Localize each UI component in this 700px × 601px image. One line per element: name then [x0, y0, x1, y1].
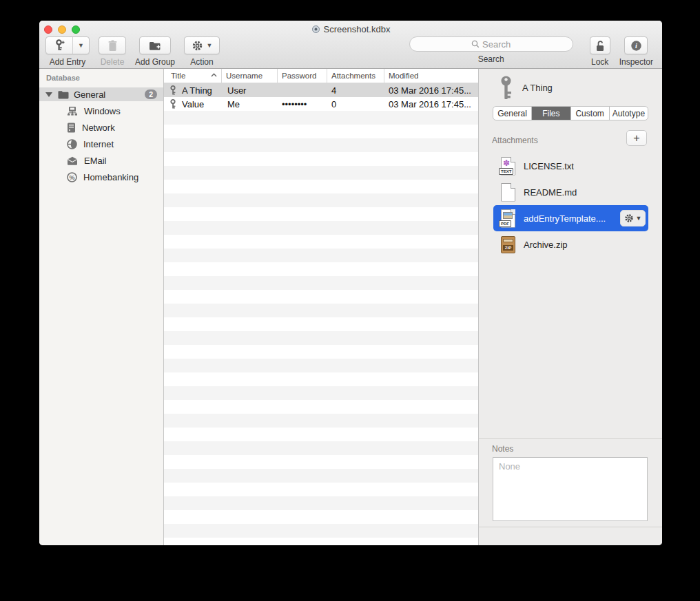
toolbar: ▼ Add Entry Delete Add Group: [45, 36, 653, 67]
sidebar: Database General 2 Windows Network: [39, 69, 164, 545]
search-item: Search Search: [409, 36, 573, 64]
column-header-password[interactable]: Password: [278, 69, 327, 83]
attachment-row[interactable]: README.md: [493, 179, 648, 205]
entry-title: A Thing: [182, 85, 212, 96]
search-input[interactable]: Search: [409, 36, 573, 52]
trash-icon: [107, 40, 118, 52]
entry-title: Value: [182, 99, 204, 109]
notes-section: Notes: [479, 439, 662, 527]
search-placeholder: Search: [482, 39, 511, 50]
add-attachment-button[interactable]: +: [626, 130, 647, 146]
sidebar-item-internet[interactable]: Internet: [39, 136, 163, 152]
gear-icon: [624, 213, 634, 223]
svg-text:i: i: [635, 42, 637, 50]
attachment-row[interactable]: ✽ TEXT LICENSE.txt: [493, 153, 648, 179]
add-group-label: Add Group: [135, 57, 175, 67]
column-header-attachments[interactable]: Attachments: [327, 69, 384, 83]
windows-icon: [67, 106, 78, 116]
attachments-label: Attachments: [492, 136, 538, 145]
window-title: Screenshot.kdbx: [324, 24, 391, 34]
svg-text:%: %: [69, 173, 74, 180]
entry-attachments: 4: [327, 85, 384, 96]
column-header-modified[interactable]: Modified: [384, 69, 478, 83]
lock-label: Lock: [591, 57, 608, 67]
action-label: Action: [190, 57, 213, 67]
sidebar-item-homebanking[interactable]: % Homebanking: [39, 169, 163, 185]
tab-general[interactable]: General: [493, 107, 532, 120]
text-file-icon: ✽ TEXT: [501, 157, 515, 176]
tab-custom[interactable]: Custom: [571, 107, 610, 120]
titlebar-toolbar: Screenshot.kdbx ▼ Add Entry Delete: [39, 21, 662, 69]
document-proxy-icon[interactable]: [311, 25, 320, 34]
folder-icon: [58, 90, 69, 99]
add-group-item: Add Group: [135, 36, 175, 67]
sidebar-item-label: Network: [82, 123, 115, 133]
entry-key-icon: [498, 75, 514, 101]
inspector-footer: [479, 527, 662, 545]
lock-item: Lock: [590, 36, 610, 67]
inspector-label: Inspector: [619, 57, 653, 67]
pdf-thumbnail: [503, 212, 513, 219]
sidebar-item-network[interactable]: Network: [39, 119, 163, 136]
key-icon: [169, 85, 176, 96]
entry-modified: 03 Mar 2016 17:45...: [384, 85, 478, 96]
homebanking-icon: %: [67, 172, 77, 182]
attachment-name: addEntryTemplate....: [524, 213, 606, 224]
table-row[interactable]: A Thing User 4 03 Mar 2016 17:45...: [164, 83, 478, 97]
inspector-button[interactable]: i: [624, 36, 648, 54]
sort-ascending-icon: [211, 72, 217, 83]
zip-file-icon: ZIP: [501, 235, 515, 254]
pdf-file-icon: PDF: [501, 209, 515, 228]
notes-label: Notes: [492, 444, 513, 454]
key-icon: [169, 99, 176, 109]
entry-username: Me: [222, 99, 278, 109]
entry-count-badge: 2: [145, 89, 157, 100]
info-icon: i: [630, 40, 642, 52]
sidebar-item-windows[interactable]: Windows: [39, 103, 163, 119]
document-file-icon: [501, 183, 515, 202]
tab-autotype[interactable]: Autotype: [610, 107, 648, 120]
tab-files[interactable]: Files: [532, 107, 570, 120]
sidebar-item-label: Homebanking: [83, 172, 138, 182]
internet-icon: [67, 139, 77, 149]
attachment-name: LICENSE.txt: [524, 161, 574, 171]
attachment-name: Archive.zip: [524, 240, 568, 250]
chevron-down-icon: ▼: [636, 215, 642, 222]
add-entry-button[interactable]: ▼: [45, 36, 90, 54]
action-button[interactable]: ▼: [184, 36, 220, 54]
sidebar-item-label: Windows: [84, 106, 121, 116]
delete-button[interactable]: [99, 36, 126, 54]
sidebar-item-email[interactable]: EMail: [39, 152, 163, 169]
attachment-name: README.md: [524, 187, 577, 198]
add-entry-item: ▼ Add Entry: [45, 36, 90, 67]
attachment-row[interactable]: ZIP Archive.zip: [493, 231, 648, 257]
table-row[interactable]: Value Me •••••••• 0 03 Mar 2016 17:45...: [164, 97, 478, 111]
sidebar-group-label: General: [74, 89, 105, 100]
lock-button[interactable]: [590, 36, 610, 54]
sidebar-group-general[interactable]: General 2: [39, 87, 163, 101]
folder-plus-icon: [149, 41, 161, 51]
entry-table: Title Username Password Attachments Modi…: [164, 69, 479, 545]
search-icon: [471, 40, 480, 48]
attachment-list: ✽ TEXT LICENSE.txt README.md: [479, 153, 662, 257]
sidebar-item-label: Internet: [83, 139, 114, 149]
delete-item: Delete: [99, 36, 126, 67]
window-title-row: Screenshot.kdbx: [39, 24, 662, 34]
entry-username: User: [222, 85, 278, 96]
delete-label: Delete: [101, 57, 125, 67]
entry-modified: 03 Mar 2016 17:45...: [384, 99, 478, 109]
add-entry-dropdown[interactable]: ▼: [72, 37, 89, 54]
content: Database General 2 Windows Network: [39, 69, 662, 545]
column-header-username[interactable]: Username: [222, 69, 278, 83]
column-header-title[interactable]: Title: [164, 69, 222, 83]
attachment-action-button[interactable]: ▼: [620, 210, 646, 226]
notes-input[interactable]: [493, 457, 648, 521]
sidebar-item-label: EMail: [84, 156, 107, 166]
add-group-button[interactable]: [139, 36, 171, 54]
inspector-entry-title: A Thing: [522, 83, 553, 93]
flower-thumbnail: ✽: [503, 158, 510, 168]
attachment-row-selected[interactable]: PDF addEntryTemplate.... ▼: [493, 205, 648, 231]
gear-icon: [192, 40, 203, 52]
empty-rows-stripes: [164, 111, 478, 545]
disclosure-triangle-icon[interactable]: [45, 92, 52, 97]
